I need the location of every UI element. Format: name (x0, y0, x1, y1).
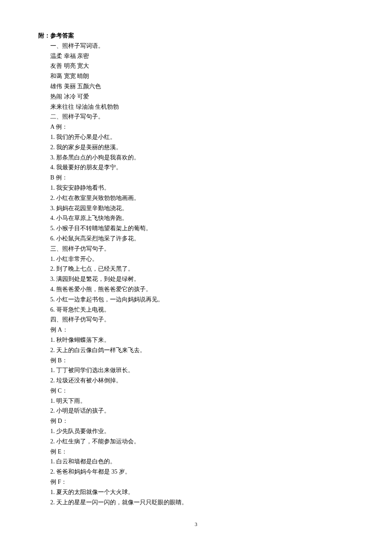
document-line: 例 C： (50, 386, 354, 396)
document-line: 1. 我安安静静地看书。 (50, 183, 354, 193)
document-line: 1. 少先队员要做作业。 (50, 426, 354, 436)
document-line: 温柔 幸福 亲密 (50, 51, 354, 61)
document-line: A 例： (50, 122, 354, 132)
document-line: 1. 我们的开心果是小红。 (50, 132, 354, 142)
document-line: 三、照样子仿写句子。 (50, 244, 354, 254)
document-line: 4. 小马在草原上飞快地奔跑。 (50, 213, 354, 223)
document-line: 2. 我的家乡是美丽的慈溪。 (50, 142, 354, 153)
document-line: B 例： (50, 173, 354, 183)
document-line: 3. 满园到处是繁花，到处是绿树。 (50, 274, 354, 284)
document-line: 2. 垃圾还没有被小林倒掉。 (50, 376, 354, 386)
document-line: 5. 小猴子目不转睛地望着架上的葡萄。 (50, 223, 354, 234)
document-line: 2. 小明是听话的孩子。 (50, 406, 354, 416)
document-line: 2. 小红生病了，不能参加运动会。 (50, 436, 354, 447)
document-line: 四、照样子仿写句子。 (50, 315, 354, 325)
document-line: 3. 妈妈在花园里辛勤地浇花。 (50, 203, 354, 214)
document-line: 3. 那条黑白点的小狗是我喜欢的。 (50, 153, 354, 163)
document-line: 2. 小红在教室里兴致勃勃地画画。 (50, 193, 354, 203)
document-line: 2. 爸爸和妈妈今年都是 35 岁。 (50, 467, 354, 477)
document-line: 6. 小松鼠兴高采烈地采了许多花。 (50, 234, 354, 244)
document-line: 例 F： (50, 477, 354, 487)
document-body: 一、照样子写词语。温柔 幸福 亲密友善 明亮 宽大和蔼 宽宽 晴朗雄伟 美丽 五… (38, 41, 354, 508)
document-line: 1. 丁丁被同学们选出来做班长。 (50, 365, 354, 376)
document-line: 来来往往 绿油油 生机勃勃 (50, 102, 354, 112)
document-line: 1. 秋叶像蝴蝶落下来。 (50, 335, 354, 345)
document-line: 二、照样子写句子。 (50, 112, 354, 122)
document-line: 例 D： (50, 416, 354, 426)
document-line: 例 B： (50, 356, 354, 366)
document-page: 附：参考答案 一、照样子写词语。温柔 幸福 亲密友善 明亮 宽大和蔼 宽宽 晴朗… (0, 0, 392, 546)
document-line: 1. 白云和墙都是白色的。 (50, 457, 354, 467)
document-line: 1. 小红非常开心。 (50, 254, 354, 264)
page-number: 3 (38, 520, 354, 529)
document-line: 1. 明天下雨。 (50, 396, 354, 406)
document-line: 1. 夏天的太阳就像一个大火球。 (50, 487, 354, 497)
document-line: 和蔼 宽宽 晴朗 (50, 71, 354, 81)
document-line: 2. 到了晚上七点，已经天黑了。 (50, 264, 354, 274)
document-line: 4. 我最要好的朋友是李宁。 (50, 162, 354, 173)
document-line: 热闹 冰冷 可爱 (50, 92, 354, 102)
document-heading: 附：参考答案 (38, 31, 354, 41)
document-line: 2. 天上的星星一闪一闪的，就像一只只眨眼的眼睛。 (50, 497, 354, 508)
document-line: 2. 天上的白云像白鸽一样飞来飞去。 (50, 345, 354, 356)
document-line: 6. 哥哥急忙关上电视。 (50, 305, 354, 315)
document-line: 例 A： (50, 325, 354, 335)
document-line: 友善 明亮 宽大 (50, 61, 354, 71)
document-line: 一、照样子写词语。 (50, 41, 354, 51)
document-line: 5. 小红一边拿起书包，一边向妈妈说再见。 (50, 295, 354, 305)
document-line: 例 E： (50, 447, 354, 457)
document-line: 4. 熊爸爸爱小熊，熊爸爸爱它的孩子。 (50, 284, 354, 295)
document-line: 雄伟 美丽 五颜六色 (50, 81, 354, 92)
